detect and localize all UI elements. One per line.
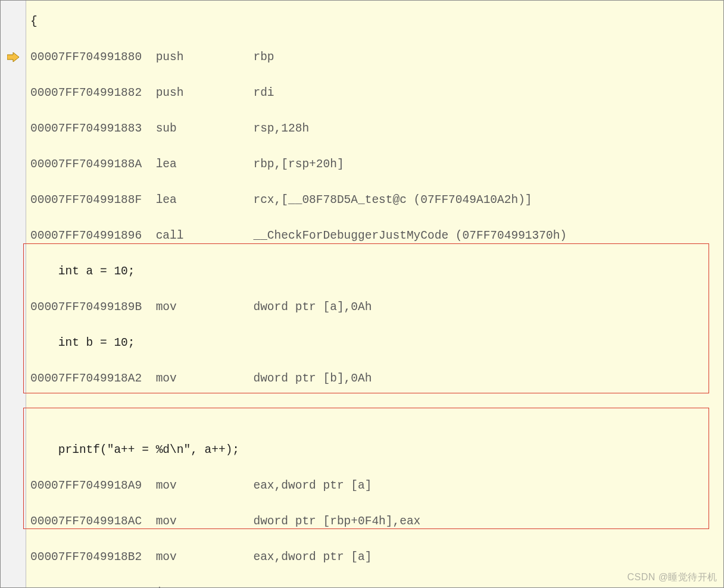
disasm-line[interactable]: 00007FF7049918A9 mov eax,dword ptr [a] xyxy=(1,477,723,495)
address: 00007FF7049918A9 xyxy=(30,479,156,492)
operands: __CheckForDebuggerJustMyCode (07FF704991… xyxy=(253,229,567,242)
address: 00007FF704991882 xyxy=(30,86,156,99)
disasm-line[interactable]: 00007FF704991883 sub rsp,128h xyxy=(1,120,723,137)
operands: rsp,128h xyxy=(253,122,309,135)
source-line[interactable]: printf("a++ = %d\n", a++); xyxy=(1,441,723,459)
operands: rbp xyxy=(253,51,274,64)
address: 00007FF7049918A2 xyxy=(30,372,156,385)
current-instruction-arrow-icon xyxy=(1,48,26,66)
mnemonic: lea xyxy=(156,193,254,207)
address: 00007FF70499188F xyxy=(30,193,156,207)
disasm-line[interactable]: 00007FF7049918B5 inc eax xyxy=(1,584,723,588)
disasm-line[interactable]: 00007FF7049918B2 mov eax,dword ptr [a] xyxy=(1,548,723,566)
mnemonic: mov xyxy=(156,372,254,385)
operands: rcx,[__08F78D5A_test@c (07FF7049A10A2h)] xyxy=(253,193,532,207)
mnemonic: mov xyxy=(156,515,254,528)
disasm-line[interactable]: 00007FF70499188A lea rbp,[rsp+20h] xyxy=(1,155,723,173)
operands: rdi xyxy=(253,86,274,99)
disasm-line[interactable]: 00007FF70499189B mov dword ptr [a],0Ah xyxy=(1,298,723,316)
address: 00007FF7049918B2 xyxy=(30,551,156,564)
disasm-line[interactable]: 00007FF704991880 push rbp xyxy=(1,48,723,66)
source-line[interactable]: { xyxy=(1,12,723,30)
watermark-text: CSDN @睡觉待开机 xyxy=(627,571,717,584)
operands: eax,dword ptr [a] xyxy=(253,479,372,492)
source-text: printf("a++ = %d\n", a++); xyxy=(30,443,239,456)
source-text: int a = 10; xyxy=(30,265,135,278)
code-content: {00007FF704991880 push rbp00007FF7049918… xyxy=(1,1,723,554)
operands: dword ptr [rbp+0F4h],eax xyxy=(253,515,420,528)
disasm-line[interactable]: 00007FF704991896 call __CheckForDebugger… xyxy=(1,227,723,245)
disasm-line[interactable]: 00007FF70499188F lea rcx,[__08F78D5A_tes… xyxy=(1,191,723,209)
mnemonic: push xyxy=(156,86,254,99)
blank-line[interactable] xyxy=(1,405,723,423)
disasm-line[interactable]: 00007FF704991882 push rdi xyxy=(1,84,723,102)
mnemonic: lea xyxy=(156,158,254,171)
source-text: { xyxy=(30,15,38,28)
disasm-line[interactable]: 00007FF7049918AC mov dword ptr [rbp+0F4h… xyxy=(1,512,723,530)
source-line[interactable]: int a = 10; xyxy=(1,262,723,280)
operands: eax,dword ptr [a] xyxy=(253,551,372,564)
address: 00007FF70499189B xyxy=(30,301,156,314)
address: 00007FF704991883 xyxy=(30,122,156,135)
address: 00007FF704991880 xyxy=(30,51,156,64)
source-text: int b = 10; xyxy=(30,336,135,349)
operands: rbp,[rsp+20h] xyxy=(253,158,344,171)
mnemonic: mov xyxy=(156,479,254,492)
address: 00007FF704991896 xyxy=(30,229,156,242)
operands: dword ptr [a],0Ah xyxy=(253,301,372,314)
mnemonic: mov xyxy=(156,301,254,314)
operands: dword ptr [b],0Ah xyxy=(253,372,372,385)
address: 00007FF70499188A xyxy=(30,158,156,171)
disasm-line[interactable]: 00007FF7049918A2 mov dword ptr [b],0Ah xyxy=(1,370,723,387)
mnemonic: push xyxy=(156,51,254,64)
source-line[interactable]: int b = 10; xyxy=(1,334,723,352)
disassembly-view[interactable]: {00007FF704991880 push rbp00007FF7049918… xyxy=(0,0,724,588)
mnemonic: mov xyxy=(156,551,254,564)
address: 00007FF7049918AC xyxy=(30,515,156,528)
mnemonic: sub xyxy=(156,122,254,135)
mnemonic: call xyxy=(156,229,254,242)
